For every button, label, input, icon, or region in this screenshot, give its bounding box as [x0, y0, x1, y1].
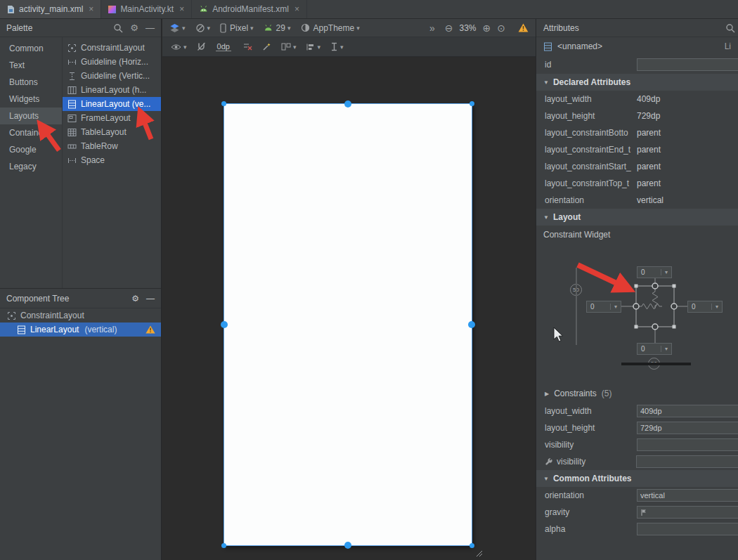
selection-handle[interactable] — [221, 543, 226, 548]
visibility-input[interactable] — [637, 438, 738, 451]
ui-mode-selector[interactable]: ▾ — [195, 23, 211, 33]
editor-tab-bar: activity_main.xml × MainActivity.kt × An… — [0, 0, 738, 19]
tablerow-icon — [67, 142, 77, 151]
warning-icon[interactable] — [145, 325, 155, 334]
palette-item-framelayout[interactable]: FrameLayout — [63, 111, 161, 125]
design-editor: ▾ ▾ Pixel ▾ 29 ▾ AppTheme ▾ » ⊖ 33% ⊕ ⊙ — [162, 19, 536, 560]
palette-item-constraintlayout[interactable]: ConstraintLayout — [63, 41, 161, 55]
palette-category-layouts[interactable]: Layouts — [0, 108, 62, 124]
close-icon[interactable]: × — [294, 4, 299, 14]
close-icon[interactable]: × — [179, 4, 184, 14]
warnings-button[interactable] — [518, 23, 529, 32]
selected-linearlayout-preview[interactable] — [224, 103, 472, 546]
api-label: 29 — [276, 23, 285, 33]
android-icon — [264, 24, 273, 32]
vertical-bias-slider[interactable]: 50 — [570, 284, 582, 296]
design-toolbar-secondary: ▾ 0dp ▾ ▾ ▾ — [162, 37, 536, 57]
attributes-header: Attributes — [536, 19, 738, 37]
palette-category-text[interactable]: Text — [0, 57, 62, 74]
minimize-icon[interactable]: — — [145, 22, 155, 33]
margin-end-dropdown[interactable]: 0 ▾ — [687, 301, 723, 313]
selection-handle[interactable] — [344, 100, 351, 108]
zoom-in-button[interactable]: ⊕ — [483, 22, 491, 34]
tab-androidmanifest-xml[interactable]: AndroidManifest.xml × — [192, 0, 307, 18]
close-icon[interactable]: × — [89, 4, 93, 14]
infer-constraints-button[interactable] — [262, 42, 271, 51]
palette-item-space[interactable]: Space — [63, 153, 161, 167]
palette-category-legacy[interactable]: Legacy — [0, 158, 62, 175]
palette-item-guideline-vertical[interactable]: Guideline (Vertic... — [63, 69, 161, 83]
minimize-icon[interactable]: — — [146, 294, 155, 304]
ibeam-guideline-icon — [330, 42, 338, 51]
slashed-circle-icon — [195, 23, 205, 33]
horizontal-bias-slider[interactable]: 50 — [648, 358, 660, 370]
resize-grip-icon[interactable] — [474, 549, 483, 557]
selection-handle[interactable] — [344, 542, 351, 549]
attributes-title: Attributes — [543, 23, 725, 33]
palette-category-containers[interactable]: Containers — [0, 124, 62, 141]
palette-item-tablelayout[interactable]: TableLayout — [63, 125, 161, 139]
constraint-widget-graphic — [536, 244, 738, 384]
search-icon[interactable] — [725, 23, 735, 33]
pack-menu[interactable]: ▾ — [281, 42, 297, 51]
selection-handle[interactable] — [221, 321, 228, 328]
tree-item-constraintlayout[interactable]: ConstraintLayout — [0, 308, 161, 323]
gear-icon[interactable]: ⚙ — [130, 22, 138, 33]
layout-height-input[interactable] — [637, 422, 738, 434]
zoom-out-button[interactable]: ⊖ — [445, 22, 453, 34]
alpha-input[interactable] — [637, 523, 738, 535]
clear-constraints-button[interactable] — [242, 42, 252, 51]
default-margins-control[interactable]: 0dp — [216, 42, 231, 51]
margin-start-dropdown[interactable]: 0 ▾ — [586, 301, 621, 313]
palette-category-google[interactable]: Google — [0, 141, 62, 158]
selection-handle[interactable] — [470, 543, 474, 548]
attr-row: visibility — [536, 436, 738, 453]
orientation-input[interactable] — [637, 489, 738, 502]
constraints-section-toggle[interactable]: ▶ Constraints (5) — [536, 384, 738, 403]
gravity-input[interactable] — [637, 506, 738, 519]
palette-category-buttons[interactable]: Buttons — [0, 74, 62, 91]
palette-item-linearlayout-vertical[interactable]: LinearLayout (ve... — [63, 97, 161, 111]
design-canvas[interactable] — [162, 58, 536, 560]
margin-top-dropdown[interactable]: 0 ▾ — [637, 266, 672, 278]
autoconnect-toggle[interactable] — [197, 42, 206, 51]
tab-label: activity_main.xml — [19, 4, 83, 14]
search-icon[interactable] — [113, 23, 123, 33]
selected-component-row: <unnamed> Li — [536, 37, 738, 56]
guideline-horizontal-icon — [67, 58, 77, 67]
gear-icon[interactable]: ⚙ — [131, 294, 139, 304]
theme-selector[interactable]: AppTheme ▾ — [301, 23, 360, 33]
section-common-attributes[interactable]: ▼ Common Attributes — [536, 470, 738, 487]
constraint-widget[interactable]: 0 ▾ 0 ▾ 0 ▾ 0 ▾ 50 50 — [536, 244, 738, 384]
linearlayout-vertical-icon — [17, 325, 26, 334]
device-selector[interactable]: Pixel ▾ — [220, 23, 254, 33]
selection-handle[interactable] — [470, 101, 474, 106]
tree-item-linearlayout-vertical[interactable]: LinearLayout(vertical) — [0, 323, 161, 337]
selection-handle[interactable] — [221, 101, 226, 106]
palette-category-common[interactable]: Common — [0, 40, 62, 57]
margin-bottom-dropdown[interactable]: 0 ▾ — [637, 343, 672, 355]
attr-row: visibility — [536, 453, 738, 470]
palette-item-tablerow[interactable]: TableRow — [63, 139, 161, 153]
guideline-vertical-icon — [67, 72, 77, 81]
zoom-to-fit-button[interactable]: ⊙ — [497, 22, 505, 34]
tab-activity-main-xml[interactable]: activity_main.xml × — [0, 0, 101, 18]
guidelines-menu[interactable]: ▾ — [330, 42, 344, 51]
view-options-button[interactable]: ▾ — [171, 44, 187, 51]
tools-visibility-input[interactable] — [636, 455, 738, 468]
constraintlayout-icon — [67, 44, 77, 53]
chevron-down-icon: ▾ — [661, 269, 671, 275]
palette-category-widgets[interactable]: Widgets — [0, 91, 62, 108]
section-declared-attributes[interactable]: ▼ Declared Attributes — [536, 74, 738, 91]
section-layout[interactable]: ▼ Layout — [536, 209, 738, 226]
palette-item-guideline-horizontal[interactable]: Guideline (Horiz... — [63, 55, 161, 69]
palette-item-linearlayout-horizontal[interactable]: LinearLayout (h... — [63, 83, 161, 97]
tab-mainactivity-kt[interactable]: MainActivity.kt × — [101, 0, 192, 18]
layout-width-input[interactable] — [637, 405, 738, 417]
id-input[interactable] — [637, 58, 738, 71]
api-selector[interactable]: 29 ▾ — [264, 23, 291, 33]
design-surface-selector[interactable]: ▾ — [169, 23, 186, 33]
selection-handle[interactable] — [468, 321, 475, 328]
align-menu[interactable]: ▾ — [306, 43, 321, 51]
toolbar-overflow-button[interactable]: » — [429, 22, 435, 34]
